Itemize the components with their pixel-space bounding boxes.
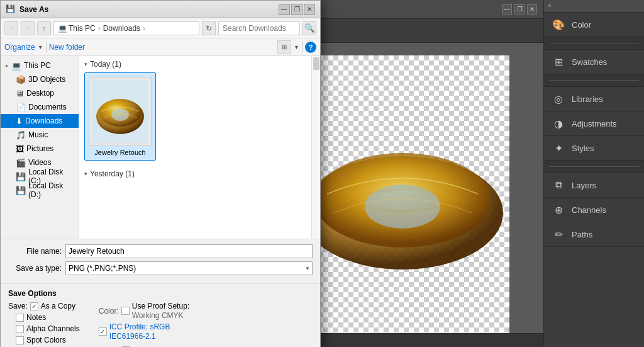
nav-downloads-label: Downloads: [103, 24, 140, 33]
layers-icon: ⧉: [552, 178, 565, 192]
search-icon: 🔍: [304, 23, 315, 33]
file-thumbnail: [89, 77, 152, 146]
panel-label-layers: Layers: [572, 181, 596, 190]
libraries-icon: ◎: [552, 92, 565, 106]
panel-item-paths[interactable]: ✏ Paths: [544, 222, 644, 247]
panel-item-libraries[interactable]: ◎ Libraries: [544, 87, 644, 111]
downloads-icon: ⬇: [16, 117, 23, 126]
savetype-select[interactable]: PNG (*.PNG;*.PNS) JPEG (*.JPG;*.JPEG) PS…: [65, 261, 313, 275]
refresh-button[interactable]: ↻: [202, 21, 216, 35]
section-expand-icon-2[interactable]: ▾: [84, 171, 87, 177]
files-scrollbar[interactable]: [311, 56, 320, 239]
sidebar-item-downloads[interactable]: ⬇ Downloads: [1, 114, 79, 128]
dialog-body: ▸ 💻 This PC 📦 3D Objects 🖥 Desktop 📄: [1, 56, 320, 239]
save-options: Save Options Save: As a Copy Notes: [1, 283, 320, 347]
as-copy-checkbox[interactable]: [30, 302, 38, 310]
disk-c-icon: 💾: [16, 172, 26, 181]
help-button[interactable]: ?: [305, 42, 316, 53]
sidebar-item-pictures[interactable]: 🖼 Pictures: [1, 142, 79, 156]
music-icon: 🎵: [16, 130, 26, 140]
forward-icon: ›: [26, 25, 29, 32]
panel-collapse-button[interactable]: «: [544, 0, 644, 13]
sidebar-item-music[interactable]: 🎵 Music: [1, 128, 79, 142]
minimize-button[interactable]: —: [502, 4, 512, 14]
filename-row: File name:: [8, 244, 313, 258]
dialog-minimize-btn[interactable]: —: [279, 4, 290, 15]
panel-label-styles: Styles: [572, 144, 594, 153]
sep3: [544, 161, 644, 173]
sidebar-label-this-pc: This PC: [24, 61, 51, 70]
up-button[interactable]: ↑: [37, 21, 51, 35]
search-input[interactable]: [218, 21, 300, 35]
options-right-col: Color: Use Proof Setup: Working CMYK ICC…: [99, 302, 189, 347]
sidebar-item-3d-objects[interactable]: 📦 3D Objects: [1, 72, 79, 86]
panel-item-layers[interactable]: ⧉ Layers: [544, 173, 644, 198]
files-section-yesterday: ▾ Yesterday (1): [82, 168, 309, 179]
section-expand-icon[interactable]: ▾: [84, 61, 87, 67]
filename-label: File name:: [8, 247, 62, 256]
back-button[interactable]: ‹: [4, 21, 18, 35]
notes-checkbox[interactable]: [16, 314, 24, 322]
panel-item-channels[interactable]: ⊕ Channels: [544, 198, 644, 222]
color-label: Color:: [99, 307, 119, 316]
section-yesterday-label: Yesterday (1): [90, 169, 135, 178]
files-section-today: ▾ Today (1): [82, 59, 309, 163]
panel-item-color[interactable]: 🎨 Color: [544, 13, 644, 37]
proof-checkbox[interactable]: [121, 307, 130, 315]
nav-arrow-1: ›: [98, 24, 101, 33]
file-sidebar: ▸ 💻 This PC 📦 3D Objects 🖥 Desktop 📄: [1, 56, 79, 239]
dialog-close-btn[interactable]: ✕: [304, 4, 315, 15]
panel-item-adjustments[interactable]: ◑ Adjustments: [544, 111, 644, 136]
file-item-jewelry-retouch[interactable]: Jewelry Retouch: [84, 72, 156, 161]
toolbar-sep-2: [302, 42, 303, 52]
dialog-window-controls: — ❐ ✕: [279, 4, 315, 15]
notes-row: Notes: [8, 313, 80, 322]
alpha-row: Alpha Channels: [8, 324, 80, 333]
panel-label-adjustments: Adjustments: [572, 119, 617, 128]
sidebar-item-disk-d[interactable]: 💾 Local Disk (D:): [1, 183, 79, 197]
organize-button[interactable]: Organize: [4, 43, 35, 52]
maximize-button[interactable]: ❐: [514, 4, 525, 14]
sidebar-label-videos: Videos: [28, 158, 51, 167]
channels-icon: ⊕: [552, 203, 565, 217]
documents-icon: 📄: [16, 103, 26, 112]
sidebar-label-pictures: Pictures: [26, 144, 53, 153]
icc-profile-link-2[interactable]: IEC61966-2.1: [109, 332, 170, 341]
spot-colors-checkbox[interactable]: [16, 336, 24, 344]
sidebar-item-this-pc[interactable]: ▸ 💻 This PC: [1, 59, 79, 72]
toolbar-dropdown-icon: ▼: [38, 44, 43, 50]
panel-item-styles[interactable]: ✦ Styles: [544, 136, 644, 161]
icc-profile-link[interactable]: ICC Profile: sRGB: [109, 322, 170, 331]
options-grid: Save: As a Copy Notes Alpha Cha: [8, 302, 313, 347]
search-button[interactable]: 🔍: [303, 21, 316, 35]
panel-label-libraries: Libraries: [572, 94, 603, 104]
expand-icon: ▸: [6, 62, 9, 69]
proof-setup-group: Use Proof Setup: Working CMYK: [132, 302, 189, 320]
sidebar-label-3d-objects: 3D Objects: [28, 75, 65, 84]
new-folder-button[interactable]: New folder: [49, 43, 85, 52]
sidebar-label-downloads: Downloads: [25, 117, 62, 125]
view-button[interactable]: ⊞: [277, 40, 291, 54]
sidebar-item-desktop[interactable]: 🖥 Desktop: [1, 86, 79, 100]
dialog-maximize-btn[interactable]: ❐: [291, 4, 303, 15]
pc-icon: 💻: [11, 61, 21, 71]
sep2: [544, 74, 644, 87]
sidebar-label-music: Music: [28, 130, 48, 139]
panel-item-swatches[interactable]: ⊞ Swatches: [544, 50, 644, 74]
pictures-icon: 🖼: [16, 144, 24, 154]
back-icon: ‹: [10, 25, 13, 32]
close-button[interactable]: ✕: [527, 4, 537, 14]
icc-profile-checkbox[interactable]: [99, 327, 107, 336]
filename-input[interactable]: [65, 244, 313, 258]
paths-icon: ✏: [552, 227, 565, 241]
up-icon: ↑: [42, 25, 46, 32]
disk-d-icon: 💾: [16, 186, 26, 195]
forward-button[interactable]: ›: [21, 21, 35, 35]
file-name-jewelry-retouch: Jewelry Retouch: [94, 149, 145, 156]
sidebar-item-documents[interactable]: 📄 Documents: [1, 100, 79, 114]
savetype-wrapper: PNG (*.PNG;*.PNS) JPEG (*.JPG;*.JPEG) PS…: [65, 261, 313, 275]
toolbar-separator: [46, 42, 47, 52]
dialog-titlebar: 💾 Save As — ❐ ✕: [1, 1, 320, 18]
alpha-checkbox[interactable]: [16, 325, 24, 333]
sidebar-label-disk-d: Local Disk (D:): [28, 181, 74, 199]
